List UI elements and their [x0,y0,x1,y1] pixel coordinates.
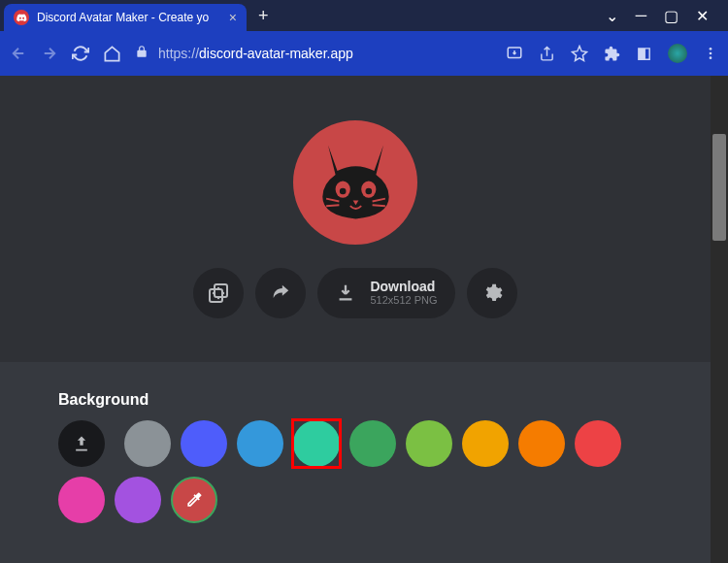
share-icon[interactable] [539,46,555,62]
upload-icon [72,434,91,453]
svg-point-3 [710,56,712,59]
color-swatch[interactable] [406,420,452,467]
browser-titlebar: Discord Avatar Maker - Create yo × + ⌄ ─… [0,0,728,31]
url-text: https://discord-avatar-maker.app [158,46,353,61]
browser-toolbar: https://discord-avatar-maker.app [0,31,728,76]
svg-point-6 [339,188,346,195]
action-row: Download 512x512 PNG [193,268,516,318]
svg-point-11 [217,296,219,298]
scrollbar-thumb[interactable] [712,134,726,241]
color-swatch[interactable] [575,420,621,467]
eyedropper-icon [184,490,204,510]
cat-avatar-icon [310,136,402,228]
color-swatch[interactable] [237,420,283,467]
star-icon[interactable] [571,45,588,62]
dice-icon [207,282,230,305]
color-picker-button[interactable] [171,477,217,523]
color-swatch[interactable] [349,420,396,467]
color-swatch[interactable] [181,420,227,467]
color-swatch[interactable] [124,420,171,467]
background-section: Background [0,362,711,543]
share-arrow-icon [270,282,291,304]
close-window-icon[interactable]: ✕ [696,7,709,25]
browser-tab[interactable]: Discord Avatar Maker - Create yo × [4,4,247,31]
download-button[interactable]: Download 512x512 PNG [317,268,454,318]
lock-icon [135,45,149,62]
new-tab-button[interactable]: + [247,6,281,26]
upload-background-button[interactable] [58,420,105,467]
extensions-icon[interactable] [604,46,620,62]
page-content: Download 512x512 PNG Background [0,76,711,563]
download-label: Download [370,280,437,294]
color-swatch[interactable] [462,420,509,467]
panel-icon[interactable] [636,46,652,62]
chevron-down-icon[interactable]: ⌄ [606,7,618,25]
color-swatch[interactable] [58,477,105,523]
tab-title: Discord Avatar Maker - Create yo [37,11,221,24]
color-swatch[interactable] [115,477,161,523]
svg-point-10 [213,291,215,293]
section-title: Background [58,391,652,409]
svg-point-2 [710,52,712,55]
discord-favicon [14,10,29,25]
reload-icon[interactable] [72,45,89,62]
settings-button[interactable] [467,268,517,318]
svg-rect-8 [210,289,222,302]
color-swatch[interactable] [293,420,340,467]
extension-avatar-icon[interactable] [668,44,687,63]
color-swatch-row [58,420,652,523]
color-swatch[interactable] [518,420,565,467]
menu-icon[interactable] [703,46,718,61]
share-button[interactable] [255,268,306,318]
download-subtitle: 512x512 PNG [370,294,437,306]
install-icon[interactable] [506,45,523,62]
download-icon [335,282,356,304]
minimize-icon[interactable]: ─ [636,7,646,25]
window-controls: ⌄ ─ ▢ ✕ [590,7,724,25]
home-icon[interactable] [103,45,121,63]
svg-rect-9 [215,284,227,297]
svg-point-1 [710,48,712,50]
back-icon[interactable] [10,45,27,62]
vertical-scrollbar[interactable] [711,76,728,563]
close-tab-icon[interactable]: × [229,10,237,25]
maximize-icon[interactable]: ▢ [664,7,678,25]
svg-point-7 [365,188,372,195]
avatar-preview[interactable] [293,120,417,245]
address-bar[interactable]: https://discord-avatar-maker.app [135,45,492,62]
gear-icon [481,282,503,304]
forward-icon[interactable] [41,45,58,62]
svg-point-12 [217,286,219,288]
randomize-button[interactable] [193,268,244,318]
avatar-canvas-area: Download 512x512 PNG [0,76,711,362]
svg-point-13 [222,291,224,293]
